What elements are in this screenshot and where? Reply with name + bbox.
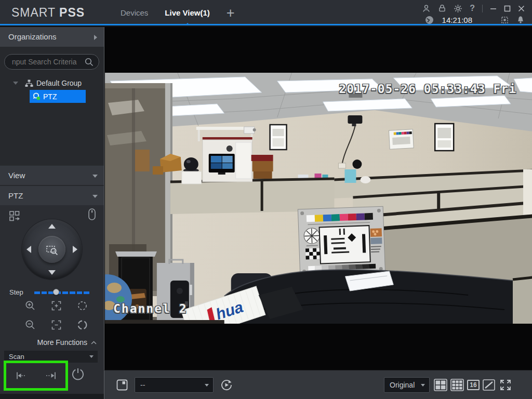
minimize-icon[interactable] [490, 5, 497, 12]
ptz-camera-icon [32, 92, 41, 101]
chevron-down-icon [92, 195, 98, 198]
step-label: Step [9, 288, 23, 296]
titlebar-controls: ? [422, 2, 525, 15]
ptz-direction-pad[interactable] [22, 219, 82, 280]
scan-label: Scan [9, 353, 24, 361]
search-icon[interactable] [84, 57, 94, 69]
view-section-header[interactable]: View [0, 165, 104, 185]
fullscreen-icon[interactable] [499, 379, 512, 391]
scan-left-limit-button[interactable] [6, 363, 36, 388]
logo-pss: PSS [59, 6, 85, 19]
ptz-section-header[interactable]: PTZ [0, 185, 104, 205]
lock-icon[interactable] [438, 4, 446, 12]
live-view-stage: hua 2017-05-26 05:33:43 Fri Channel 2 -- [104, 27, 532, 399]
current-time: 14:21:08 [442, 16, 472, 24]
tab-live-view[interactable]: Live View(1) [165, 0, 209, 25]
maximize-icon[interactable] [504, 5, 511, 12]
organizations-header[interactable]: Organizations [0, 27, 104, 47]
chevron-right-icon [94, 35, 97, 40]
split-9-icon[interactable] [450, 379, 464, 391]
stream-select[interactable]: -- [135, 377, 214, 393]
save-view-icon[interactable] [116, 379, 128, 391]
organizations-label: Organizations [8, 32, 57, 41]
tree-device-label: PTZ [43, 92, 57, 101]
chevron-down-icon[interactable] [13, 82, 18, 85]
office-scene: hua [105, 73, 532, 324]
camera-video-frame: hua [105, 73, 532, 324]
sidebar-footer-strip [0, 394, 104, 399]
pan-right-arrow[interactable] [73, 246, 77, 253]
focus-near-icon[interactable] [50, 299, 62, 312]
titlebar-status: 14:21:08 [425, 14, 525, 25]
device-health-chip-icon[interactable] [500, 16, 509, 24]
tree-group-label: Default Group [36, 79, 82, 87]
mouse-simulate-icon[interactable] [86, 208, 98, 220]
goto-preset-icon[interactable] [8, 209, 21, 222]
step-slider[interactable] [34, 291, 89, 294]
more-functions-label: More Functions [37, 338, 87, 347]
ptz-section-label: PTZ [8, 191, 23, 200]
ptz-3d-position-button[interactable] [38, 236, 65, 263]
pan-up-arrow[interactable] [48, 224, 56, 229]
titlebar-separator [482, 5, 483, 12]
chevron-down-icon [89, 355, 94, 358]
zoom-in-icon[interactable] [24, 299, 36, 312]
chevron-up-icon [91, 341, 97, 344]
chevron-down-icon [205, 384, 209, 387]
alarm-bell-icon[interactable] [516, 16, 525, 24]
user-icon[interactable] [422, 4, 431, 13]
view-section-label: View [8, 171, 25, 180]
zoom-out-icon[interactable] [24, 318, 36, 331]
video-channel-overlay: Channel 2 [113, 302, 188, 315]
step-slider-thumb[interactable] [53, 289, 59, 295]
scale-select[interactable]: Original [384, 377, 430, 393]
add-tab-button[interactable]: + [227, 0, 235, 25]
pan-down-arrow[interactable] [48, 270, 56, 275]
group-hierarchy-icon [25, 79, 33, 87]
app-logo: SMART PSS [11, 6, 85, 20]
liveview-toolbar: -- Original 16 [104, 370, 532, 399]
more-functions-toggle[interactable]: More Functions [37, 338, 97, 347]
iris-close-icon[interactable] [76, 299, 88, 312]
focus-far-icon[interactable] [50, 318, 62, 331]
scan-right-limit-button[interactable] [36, 363, 65, 388]
refresh-icon[interactable] [220, 378, 233, 392]
help-icon[interactable]: ? [470, 4, 475, 13]
titlebar: SMART PSS Devices Live View(1) + [0, 0, 532, 25]
annotation-highlight-box [4, 361, 68, 391]
active-tab-notch [185, 23, 190, 25]
video-timestamp-overlay: 2017-05-26 05:33:43 Fri [339, 82, 517, 96]
chevron-down-icon [421, 384, 425, 387]
chevron-down-icon [92, 175, 98, 178]
smartpss-window: SMART PSS Devices Live View(1) + [0, 0, 532, 399]
close-icon[interactable] [518, 5, 525, 12]
video-tile-channel-2[interactable]: hua 2017-05-26 05:33:43 Fri Channel 2 [104, 27, 532, 370]
pan-left-arrow[interactable] [26, 246, 31, 253]
split-16-icon[interactable]: 16 [467, 380, 480, 390]
scale-select-value: Original [390, 381, 415, 389]
scan-start-power-icon[interactable] [71, 367, 85, 381]
ptz-control-panel: Step M [0, 205, 104, 399]
stream-select-value: -- [140, 381, 145, 389]
clock-icon [425, 16, 434, 24]
split-4-icon[interactable] [434, 379, 447, 391]
custom-split-icon[interactable] [483, 379, 495, 391]
settings-gear-icon[interactable] [454, 4, 462, 13]
sidebar: Organizations Default Group PTZ View [0, 27, 104, 399]
tree-item-ptz-selected[interactable]: PTZ [30, 90, 86, 103]
logo-smart: SMART [11, 6, 56, 19]
tree-item-default-group[interactable]: Default Group [0, 77, 104, 89]
tab-live-view-label: Live View(1) [165, 8, 209, 17]
tab-devices[interactable]: Devices [121, 0, 148, 25]
iris-open-icon[interactable] [76, 318, 88, 331]
search-box [4, 54, 99, 70]
main-tabs: Devices Live View(1) + [121, 0, 235, 25]
